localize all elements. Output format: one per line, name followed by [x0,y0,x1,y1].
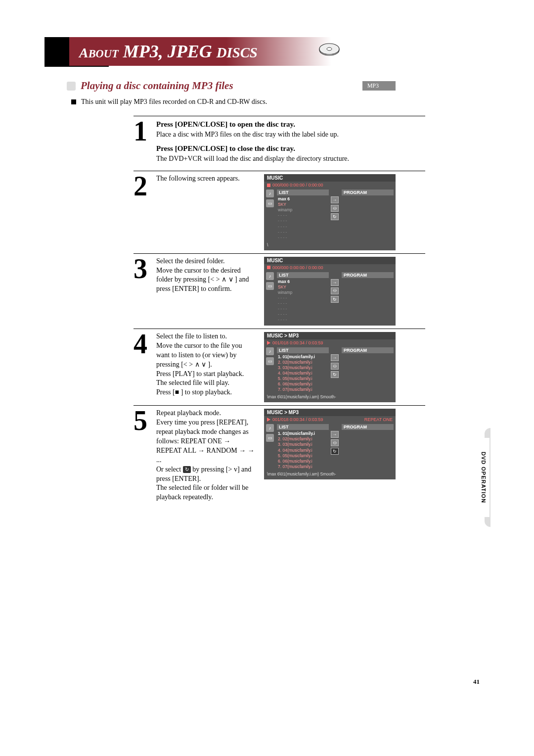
step-text: Move the cursor to the desired folder by… [156,266,255,294]
step-number: 3 [134,255,156,283]
osd-screen: MUSIC 000/000 0:00:00 / 0:00:00 ♪ ▭ LIST [264,257,396,326]
osd-footer: \ [264,241,396,248]
music-mode-icon: ♪ [266,189,274,197]
play-icon [267,341,270,345]
osd-status: 001/018 0:00:34 / 0:03:59 [264,339,396,346]
step-text: The DVD+VCR will load the disc and displ… [156,154,425,164]
square-bullet-icon [71,99,76,104]
repeat-inline-icon: ↻ [183,466,191,473]
step-4: 4 Select the file to listen to. Move the… [134,332,425,402]
step-5: 5 Repeat playback mode. Every time you p… [134,409,425,502]
intro-row: This unit will play MP3 files recorded o… [71,98,485,106]
divider [134,171,425,171]
step-heading: Press [OPEN/CLOSE] to close the disc tra… [156,143,425,153]
step-heading: Select the desired folder. [156,257,255,266]
list-items: 1. 01(musicfamily.i 2. 02(musicfamily.i … [277,431,329,469]
repeat-icon: ↻ [331,296,339,303]
osd-status: 000/000 0:00:00 / 0:00:00 [264,264,396,271]
osd-screen: MUSIC > MP3 001/018 0:00:34 / 0:03:59REP… [264,409,396,479]
arrow-right-icon: → [331,279,339,286]
step-text: Move the cursor to the file you want to … [156,341,255,370]
step-heading: Press [OPEN/CLOSE] to open the disc tray… [156,119,425,129]
clear-icon: ⦵ [331,363,339,370]
program-header: PROGRAM [342,347,394,353]
page-title: ABOUT MP3, JPEG DISCS [79,42,258,61]
program-header: PROGRAM [342,272,394,278]
section-bullet-icon [67,82,76,91]
list-header: LIST [277,347,329,353]
steps-container: 1 Press [OPEN/CLOSE] to open the disc tr… [134,116,425,502]
clear-icon: ⦵ [331,205,339,212]
music-mode-icon: ♪ [266,347,274,355]
osd-header: MUSIC > MP3 [264,332,396,339]
repeat-icon: ↻ [331,448,339,455]
arrow-right-icon: → [331,431,339,438]
picture-mode-icon: ▭ [266,434,274,442]
osd-footer: \max 6\01(musicfamily.i.am) Smooth- [264,393,396,400]
stop-icon [267,184,270,187]
step-text: The selected file or folder will be play… [156,483,255,502]
list-header: LIST [277,189,329,195]
arrow-right-icon: → [331,196,339,203]
divider [134,253,425,254]
step-text: Place a disc with MP3 files on the disc … [156,130,425,140]
disc-icon [318,38,340,60]
clear-icon: ⦵ [331,287,339,294]
step-number: 4 [134,330,156,358]
program-header: PROGRAM [342,424,394,430]
step-heading: Press [■ ] to stop playback. [156,388,255,397]
step-number: 1 [134,117,156,145]
svg-point-2 [327,47,332,50]
list-items: 1. 01(musicfamily.i 2. 02(musicfamily.i … [277,354,329,392]
list-items: max 6 SKY winamp - - - - - - - - - - - -… [277,196,329,240]
mp3-badge: MP3 [362,81,396,91]
step-2: 2 The following screen appears. MUSIC 00… [134,174,425,250]
divider [134,405,425,406]
repeat-status: REPEAT ONE [364,417,393,422]
clear-icon: ⦵ [331,439,339,446]
step-heading: Press [PLAY] to start playback. [156,370,255,379]
program-header: PROGRAM [342,189,394,195]
music-mode-icon: ♪ [266,424,274,432]
list-header: LIST [277,272,329,278]
osd-status: 000/000 0:00:00 / 0:00:00 [264,182,396,189]
stop-icon [267,266,270,269]
osd-header: MUSIC > MP3 [264,409,396,416]
divider [134,329,425,329]
list-items: max 6 SKY winamp - - - - - - - - - - - -… [277,279,329,323]
page-number: 41 [473,678,480,686]
repeat-icon: ↻ [331,371,339,378]
divider [134,116,425,116]
repeat-icon: ↻ [331,213,339,220]
picture-mode-icon: ▭ [266,357,274,365]
step-text: Or select ↻ by pressing [> v] and press … [156,465,255,484]
section-header-row: Playing a disc containing MP3 files MP3 [67,80,485,92]
side-tab: DVD OPERATION [478,438,490,517]
step-text: The following screen appears. [156,174,255,184]
step-heading: Repeat playback mode. [156,409,255,418]
step-number: 2 [134,172,156,200]
music-mode-icon: ♪ [266,272,274,280]
list-header: LIST [277,424,329,430]
step-1: 1 Press [OPEN/CLOSE] to open the disc tr… [134,119,425,168]
section-title: Playing a disc containing MP3 files [81,80,362,92]
osd-footer: \max 6\01(musicfamily.i.am) Smooth- [264,471,396,477]
play-icon [267,418,270,422]
step-3: 3 Select the desired folder. Move the cu… [134,257,425,326]
osd-status: 001/018 0:00:34 / 0:03:59REPEAT ONE [264,416,396,423]
arrow-right-icon: → [331,354,339,361]
osd-header: MUSIC [264,174,396,182]
step-text: Every time you press [REPEAT], repeat pl… [156,418,255,465]
osd-header: MUSIC [264,257,396,264]
picture-mode-icon: ▭ [266,199,274,207]
step-text: The selected file will play. [156,378,255,388]
step-heading: Select the file to listen to. [156,332,255,341]
picture-mode-icon: ▭ [266,282,274,290]
step-number: 5 [134,407,156,434]
osd-screen: MUSIC 000/000 0:00:00 / 0:00:00 ♪ ▭ LIST [264,174,396,250]
osd-screen: MUSIC > MP3 001/018 0:00:34 / 0:03:59 ♪ … [264,332,396,402]
title-banner: ABOUT MP3, JPEG DISCS [69,37,331,66]
intro-text: This unit will play MP3 files recorded o… [81,98,267,106]
